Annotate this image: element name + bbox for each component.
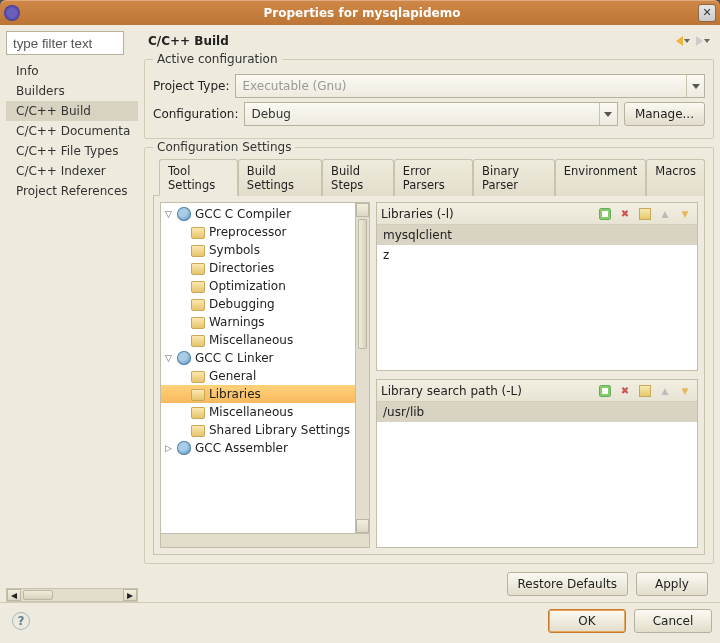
add-icon[interactable]: [597, 383, 613, 399]
scroll-thumb[interactable]: [161, 534, 221, 547]
tree-row[interactable]: Directories: [161, 259, 355, 277]
page-heading: C/C++ Build: [144, 34, 676, 48]
window-title: Properties for mysqlapidemo: [26, 6, 698, 20]
libraries-list[interactable]: mysqlclientz: [377, 225, 697, 370]
scroll-thumb[interactable]: [358, 219, 367, 349]
tab[interactable]: Error Parsers: [394, 159, 473, 196]
folder-icon: [191, 405, 205, 419]
tree-h-scrollbar[interactable]: [161, 533, 369, 547]
group-legend: Active configuration: [153, 52, 282, 66]
tree-row[interactable]: ▽GCC C Linker: [161, 349, 355, 367]
edit-icon[interactable]: [637, 206, 653, 222]
move-down-icon[interactable]: [677, 206, 693, 222]
scroll-down-icon[interactable]: [356, 519, 369, 533]
expand-icon[interactable]: ▷: [165, 443, 175, 453]
dialog-footer: ? OK Cancel: [0, 602, 720, 643]
nav-item[interactable]: Info: [6, 61, 138, 81]
dialog-body: InfoBuildersC/C++ BuildC/C++ DocumentaC/…: [0, 25, 720, 602]
nav-item[interactable]: C/C++ Build: [6, 101, 138, 121]
move-down-icon[interactable]: [677, 383, 693, 399]
tree-row[interactable]: Libraries: [161, 385, 355, 403]
titlebar[interactable]: Properties for mysqlapidemo ✕: [0, 0, 720, 25]
folder-icon: [191, 279, 205, 293]
tool-settings-content: ▽GCC C CompilerPreprocessorSymbolsDirect…: [153, 195, 705, 555]
configuration-value: Debug: [251, 107, 290, 121]
edit-icon[interactable]: [637, 383, 653, 399]
move-up-icon[interactable]: [657, 383, 673, 399]
tree-label: GCC C Linker: [195, 351, 274, 365]
tree-v-scrollbar[interactable]: [355, 203, 369, 533]
project-type-value: Executable (Gnu): [242, 79, 346, 93]
filter-input[interactable]: [6, 31, 124, 55]
chevron-down-icon[interactable]: [599, 103, 617, 125]
tree-row[interactable]: Preprocessor: [161, 223, 355, 241]
tool-icon: [177, 441, 191, 455]
dropdown-icon: [704, 39, 710, 43]
delete-icon[interactable]: [617, 383, 633, 399]
dropdown-icon: [684, 39, 690, 43]
tab[interactable]: Binary Parser: [473, 159, 555, 196]
tree-row[interactable]: Optimization: [161, 277, 355, 295]
add-icon[interactable]: [597, 206, 613, 222]
tab[interactable]: Tool Settings: [159, 159, 238, 196]
tab[interactable]: Macros: [646, 159, 705, 196]
tab[interactable]: Build Settings: [238, 159, 322, 196]
nav-item[interactable]: C/C++ Documenta: [6, 121, 138, 141]
apply-button[interactable]: Apply: [636, 572, 708, 596]
history-back-button[interactable]: [676, 36, 690, 46]
cancel-button[interactable]: Cancel: [634, 609, 712, 633]
tool-icon: [177, 207, 191, 221]
tree-row[interactable]: ▽GCC C Compiler: [161, 205, 355, 223]
library-path-list[interactable]: /usr/lib: [377, 402, 697, 547]
folder-icon: [191, 387, 205, 401]
tree-label: Shared Library Settings: [209, 423, 350, 437]
tree-row[interactable]: Miscellaneous: [161, 403, 355, 421]
tree-label: Miscellaneous: [209, 333, 293, 347]
tool-icon: [177, 351, 191, 365]
tree-label: General: [209, 369, 256, 383]
list-item[interactable]: /usr/lib: [377, 402, 697, 422]
category-list: InfoBuildersC/C++ BuildC/C++ DocumentaC/…: [6, 61, 138, 588]
nav-item[interactable]: C/C++ Indexer: [6, 161, 138, 181]
tree-row[interactable]: General: [161, 367, 355, 385]
tree-label: GCC Assembler: [195, 441, 288, 455]
expand-icon[interactable]: ▽: [165, 209, 175, 219]
folder-icon: [191, 297, 205, 311]
folder-icon: [191, 225, 205, 239]
scroll-up-icon[interactable]: [356, 203, 369, 217]
scroll-left-icon[interactable]: ◂: [7, 589, 21, 601]
nav-h-scrollbar[interactable]: ◂ ▸: [6, 588, 138, 602]
nav-item[interactable]: Builders: [6, 81, 138, 101]
tree-row[interactable]: Warnings: [161, 313, 355, 331]
tree-row[interactable]: ▷GCC Assembler: [161, 439, 355, 457]
expand-icon[interactable]: ▽: [165, 353, 175, 363]
library-path-panel: Library search path (-L) /usr/lib: [376, 379, 698, 548]
panel-title: Libraries (-l): [381, 207, 597, 221]
active-configuration-group: Active configuration Project Type: Execu…: [144, 59, 714, 139]
scroll-thumb[interactable]: [23, 590, 53, 600]
history-forward-button[interactable]: [696, 36, 710, 46]
tree-row[interactable]: Symbols: [161, 241, 355, 259]
tab[interactable]: Environment: [555, 159, 646, 196]
list-item[interactable]: z: [377, 245, 697, 265]
scroll-right-icon[interactable]: ▸: [123, 589, 137, 601]
move-up-icon[interactable]: [657, 206, 673, 222]
manage-button[interactable]: Manage...: [624, 102, 705, 126]
tree-row[interactable]: Debugging: [161, 295, 355, 313]
tool-tree: ▽GCC C CompilerPreprocessorSymbolsDirect…: [160, 202, 370, 548]
list-item[interactable]: mysqlclient: [377, 225, 697, 245]
restore-defaults-button[interactable]: Restore Defaults: [507, 572, 628, 596]
tab[interactable]: Build Steps: [322, 159, 394, 196]
close-button[interactable]: ✕: [698, 4, 716, 22]
help-icon[interactable]: ?: [12, 612, 30, 630]
tree-list[interactable]: ▽GCC C CompilerPreprocessorSymbolsDirect…: [161, 203, 355, 459]
tree-row[interactable]: Miscellaneous: [161, 331, 355, 349]
nav-item[interactable]: Project References: [6, 181, 138, 201]
nav-item[interactable]: C/C++ File Types: [6, 141, 138, 161]
configuration-select[interactable]: Debug: [244, 102, 617, 126]
ok-button[interactable]: OK: [548, 609, 626, 633]
folder-icon: [191, 333, 205, 347]
delete-icon[interactable]: [617, 206, 633, 222]
panel-title: Library search path (-L): [381, 384, 597, 398]
tree-row[interactable]: Shared Library Settings: [161, 421, 355, 439]
